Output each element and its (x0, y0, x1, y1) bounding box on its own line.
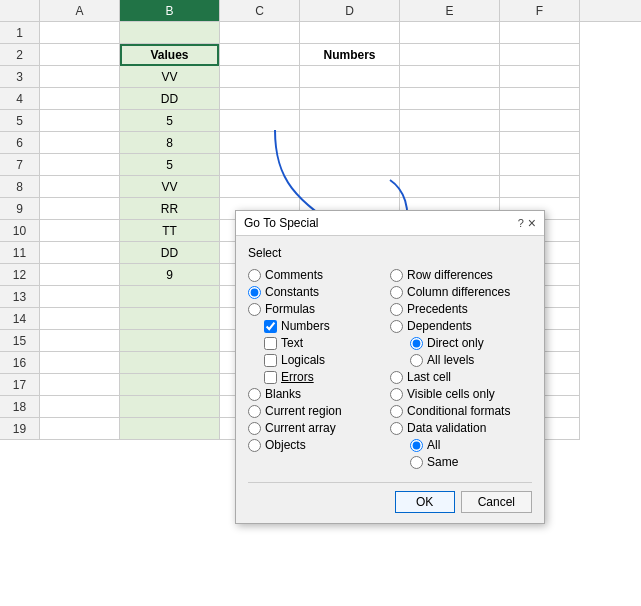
objects-option[interactable]: Objects (248, 438, 390, 452)
dialog-close-button[interactable]: × (528, 216, 536, 230)
logicals-checkbox[interactable] (264, 354, 277, 367)
precedents-option[interactable]: Precedents (390, 302, 532, 316)
errors-checkbox[interactable] (264, 371, 277, 384)
cell-c1[interactable] (220, 22, 299, 44)
cell-f3[interactable] (500, 66, 579, 88)
cell-b9[interactable]: RR (120, 198, 219, 220)
cell-c6[interactable] (220, 132, 299, 154)
constants-radio[interactable] (248, 286, 261, 299)
blanks-option[interactable]: Blanks (248, 387, 390, 401)
cell-e3[interactable] (400, 66, 499, 88)
cell-b17[interactable] (120, 374, 219, 396)
dependents-option[interactable]: Dependents (390, 319, 532, 333)
precedents-radio[interactable] (390, 303, 403, 316)
conditional-formats-radio[interactable] (390, 405, 403, 418)
blanks-radio[interactable] (248, 388, 261, 401)
data-validation-option[interactable]: Data validation (390, 421, 532, 435)
numbers-option[interactable]: Numbers (264, 319, 390, 333)
cancel-button[interactable]: Cancel (461, 491, 532, 513)
cell-b11[interactable]: DD (120, 242, 219, 264)
cell-b1[interactable] (120, 22, 219, 44)
cell-a16[interactable] (40, 352, 119, 374)
dependents-radio[interactable] (390, 320, 403, 333)
cell-a12[interactable] (40, 264, 119, 286)
cell-a6[interactable] (40, 132, 119, 154)
cell-a15[interactable] (40, 330, 119, 352)
cell-f6[interactable] (500, 132, 579, 154)
column-differences-radio[interactable] (390, 286, 403, 299)
text-checkbox[interactable] (264, 337, 277, 350)
cell-b15[interactable] (120, 330, 219, 352)
row-differences-radio[interactable] (390, 269, 403, 282)
cell-d3[interactable] (300, 66, 399, 88)
cell-e2[interactable] (400, 44, 499, 66)
cell-a10[interactable] (40, 220, 119, 242)
cell-b6[interactable]: 8 (120, 132, 219, 154)
cell-a3[interactable] (40, 66, 119, 88)
dialog-help-button[interactable]: ? (518, 217, 524, 229)
cell-c4[interactable] (220, 88, 299, 110)
cell-f7[interactable] (500, 154, 579, 176)
cell-a14[interactable] (40, 308, 119, 330)
current-array-radio[interactable] (248, 422, 261, 435)
cell-f5[interactable] (500, 110, 579, 132)
cell-a7[interactable] (40, 154, 119, 176)
cell-b8[interactable]: VV (120, 176, 219, 198)
cell-f2[interactable] (500, 44, 579, 66)
cell-c8[interactable] (220, 176, 299, 198)
formulas-option[interactable]: Formulas (248, 302, 390, 316)
cell-b13[interactable] (120, 286, 219, 308)
data-validation-radio[interactable] (390, 422, 403, 435)
cell-b18[interactable] (120, 396, 219, 418)
cell-f8[interactable] (500, 176, 579, 198)
cell-c3[interactable] (220, 66, 299, 88)
conditional-formats-option[interactable]: Conditional formats (390, 404, 532, 418)
cell-d4[interactable] (300, 88, 399, 110)
cell-b3[interactable]: VV (120, 66, 219, 88)
cell-d6[interactable] (300, 132, 399, 154)
cell-b12[interactable]: 9 (120, 264, 219, 286)
row-diff-option[interactable]: Row differences (390, 268, 532, 282)
cell-e7[interactable] (400, 154, 499, 176)
cell-b4[interactable]: DD (120, 88, 219, 110)
direct-only-option[interactable]: Direct only (410, 336, 532, 350)
cell-b2-header[interactable]: Values (120, 44, 219, 66)
cell-e1[interactable] (400, 22, 499, 44)
cell-a11[interactable] (40, 242, 119, 264)
last-cell-radio[interactable] (390, 371, 403, 384)
all-radio[interactable] (410, 439, 423, 452)
cell-e6[interactable] (400, 132, 499, 154)
cell-c5[interactable] (220, 110, 299, 132)
cell-a17[interactable] (40, 374, 119, 396)
comments-option[interactable]: Comments (248, 268, 390, 282)
cell-a5[interactable] (40, 110, 119, 132)
cell-b7[interactable]: 5 (120, 154, 219, 176)
ok-button[interactable]: OK (395, 491, 455, 513)
cell-d2-numbers[interactable]: Numbers (300, 44, 399, 66)
cell-a2[interactable] (40, 44, 119, 66)
cell-a19[interactable] (40, 418, 119, 440)
text-option[interactable]: Text (264, 336, 390, 350)
visible-cells-radio[interactable] (390, 388, 403, 401)
logicals-option[interactable]: Logicals (264, 353, 390, 367)
current-array-option[interactable]: Current array (248, 421, 390, 435)
formulas-radio[interactable] (248, 303, 261, 316)
constants-option[interactable]: Constants (248, 285, 390, 299)
cell-b14[interactable] (120, 308, 219, 330)
cell-f4[interactable] (500, 88, 579, 110)
cell-a9[interactable] (40, 198, 119, 220)
numbers-checkbox[interactable] (264, 320, 277, 333)
cell-b19[interactable] (120, 418, 219, 440)
cell-d8[interactable] (300, 176, 399, 198)
errors-option[interactable]: Errors (264, 370, 390, 384)
all-option[interactable]: All (410, 438, 532, 452)
cell-b10[interactable]: TT (120, 220, 219, 242)
cell-a13[interactable] (40, 286, 119, 308)
same-radio[interactable] (410, 456, 423, 469)
cell-a8[interactable] (40, 176, 119, 198)
cell-d1[interactable] (300, 22, 399, 44)
cell-a1[interactable] (40, 22, 119, 44)
cell-c7[interactable] (220, 154, 299, 176)
comments-radio[interactable] (248, 269, 261, 282)
objects-radio[interactable] (248, 439, 261, 452)
